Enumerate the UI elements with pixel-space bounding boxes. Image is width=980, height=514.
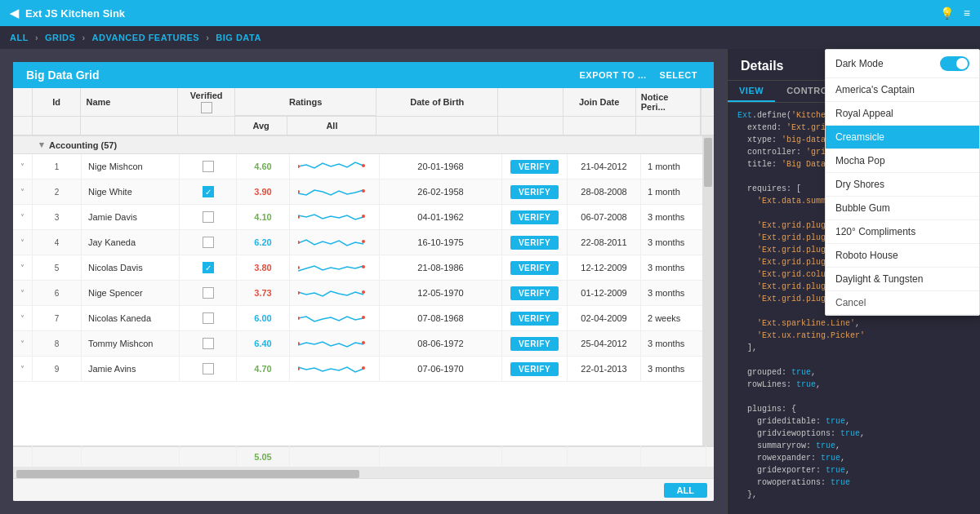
table-row[interactable]: ˅ 1 Nige Mishcon 4.60 20-01-1968 VERIFY … xyxy=(13,154,714,179)
tab-view[interactable]: VIEW xyxy=(728,81,775,102)
expand-arrow[interactable]: ˅ xyxy=(20,188,24,197)
breadcrumb-all[interactable]: ALL xyxy=(10,33,29,42)
scroll-thumb-horizontal[interactable] xyxy=(16,470,359,478)
verify-button[interactable]: VERIFY xyxy=(510,236,559,250)
verified-cell[interactable] xyxy=(180,306,237,330)
col-dob-header[interactable]: Date of Birth xyxy=(376,88,498,116)
verified-checkbox[interactable] xyxy=(203,237,214,248)
verify-button[interactable]: VERIFY xyxy=(510,312,559,326)
expand-cell[interactable]: ˅ xyxy=(13,281,33,305)
expand-arrow[interactable]: ˅ xyxy=(20,365,24,374)
expand-arrow[interactable]: ˅ xyxy=(20,213,24,222)
expand-cell[interactable]: ˅ xyxy=(13,205,33,229)
expand-arrow[interactable]: ˅ xyxy=(20,339,24,348)
col-notice-header[interactable]: Notice Peri... xyxy=(636,88,701,116)
group-row-accounting[interactable]: ▾ Accounting (57) xyxy=(13,136,714,154)
verified-cell[interactable] xyxy=(180,281,237,305)
verified-cell[interactable] xyxy=(180,331,237,356)
verify-button[interactable]: VERIFY xyxy=(510,160,559,174)
expand-cell[interactable]: ˅ xyxy=(13,255,33,280)
select-button[interactable]: SELECT xyxy=(657,69,701,82)
verified-cell[interactable] xyxy=(180,230,237,255)
verified-cell[interactable] xyxy=(180,154,237,179)
verified-checkbox[interactable] xyxy=(203,262,214,273)
verified-cell[interactable] xyxy=(180,255,237,280)
verify-btn-cell[interactable]: VERIFY xyxy=(502,357,568,381)
verify-btn-cell[interactable]: VERIFY xyxy=(502,154,568,179)
vertical-scrollbar[interactable] xyxy=(702,136,714,445)
expand-cell[interactable]: ˅ xyxy=(13,179,33,204)
verified-checkbox[interactable] xyxy=(203,312,214,324)
verify-btn-cell[interactable]: VERIFY xyxy=(502,205,568,229)
verify-button[interactable]: VERIFY xyxy=(510,185,559,199)
verified-checkbox[interactable] xyxy=(203,287,214,299)
verify-btn-cell[interactable]: VERIFY xyxy=(502,331,568,356)
dropdown-item-120°-compliments[interactable]: 120° Compliments xyxy=(826,220,979,244)
expand-arrow[interactable]: ˅ xyxy=(20,314,24,323)
col-verified-header[interactable]: Verified xyxy=(178,88,234,116)
expand-arrow[interactable]: ˅ xyxy=(20,238,24,247)
dropdown-item-mocha-pop[interactable]: Mocha Pop xyxy=(826,149,979,173)
breadcrumb-advanced[interactable]: ADVANCED FEATURES xyxy=(92,33,200,42)
dropdown-item-daylight-&-tungsten[interactable]: Daylight & Tungsten xyxy=(826,268,979,291)
table-row[interactable]: ˅ 4 Jay Kaneda 6.20 16-10-1975 VERIFY 22… xyxy=(13,230,714,255)
table-row[interactable]: ˅ 6 Nige Spencer 3.73 12-05-1970 VERIFY … xyxy=(13,281,714,306)
verify-button[interactable]: VERIFY xyxy=(510,286,559,300)
subh-avg[interactable]: Avg xyxy=(235,117,288,135)
dropdown-item-cancel[interactable]: Cancel xyxy=(826,291,979,315)
table-row[interactable]: ˅ 9 Jamie Avins 4.70 07-06-1970 VERIFY 2… xyxy=(13,357,714,382)
verified-cell[interactable] xyxy=(180,357,237,381)
dropdown-item-bubble-gum[interactable]: Bubble Gum xyxy=(826,197,979,220)
verified-checkbox[interactable] xyxy=(203,186,214,197)
all-button[interactable]: ALL xyxy=(664,483,707,498)
verify-button[interactable]: VERIFY xyxy=(510,362,559,376)
group-chevron[interactable]: ▾ xyxy=(39,140,44,150)
verify-btn-cell[interactable]: VERIFY xyxy=(502,281,568,305)
verified-checkbox[interactable] xyxy=(203,211,214,223)
col-name-header[interactable]: Name xyxy=(81,88,178,116)
table-row[interactable]: ˅ 2 Nige White 3.90 26-02-1958 VERIFY 28… xyxy=(13,179,714,205)
table-row[interactable]: ˅ 8 Tommy Mishcon 6.40 08-06-1972 VERIFY… xyxy=(13,331,714,357)
dropdown-item-creamsicle[interactable]: Creamsicle xyxy=(826,126,979,149)
subh-all[interactable]: All xyxy=(287,117,376,135)
table-row[interactable]: ˅ 7 Nicolas Kaneda 6.00 07-08-1968 VERIF… xyxy=(13,306,714,331)
verify-btn-cell[interactable]: VERIFY xyxy=(502,179,568,204)
expand-arrow[interactable]: ˅ xyxy=(20,289,24,298)
dark-mode-toggle[interactable] xyxy=(940,56,969,71)
verified-checkbox[interactable] xyxy=(203,363,214,374)
verify-button[interactable]: VERIFY xyxy=(510,210,559,224)
expand-arrow[interactable]: ˅ xyxy=(20,264,24,273)
breadcrumb-grids[interactable]: GRIDS xyxy=(45,33,75,42)
verified-checkbox[interactable] xyxy=(203,161,214,172)
bulb-icon[interactable]: 💡 xyxy=(940,7,954,20)
horizontal-scrollbar[interactable] xyxy=(13,467,714,478)
dropdown-item-america's-captain[interactable]: America's Captain xyxy=(826,78,979,102)
verified-cell[interactable] xyxy=(180,179,237,204)
table-row[interactable]: ˅ 3 Jamie Davis 4.10 04-01-1962 VERIFY 0… xyxy=(13,205,714,230)
table-row[interactable]: ˅ 5 Nicolas Davis 3.80 21-08-1986 VERIFY… xyxy=(13,255,714,281)
scroll-thumb-vertical[interactable] xyxy=(704,138,712,187)
verified-header-checkbox[interactable] xyxy=(201,102,212,113)
verify-button[interactable]: VERIFY xyxy=(510,337,559,351)
menu-icon[interactable]: ≡ xyxy=(964,7,970,20)
col-joindate-header[interactable]: Join Date xyxy=(564,88,636,116)
export-button[interactable]: EXPORT TO ... xyxy=(577,69,650,82)
expand-cell[interactable]: ˅ xyxy=(13,154,33,179)
verified-cell[interactable] xyxy=(180,205,237,229)
dropdown-item-dry-shores[interactable]: Dry Shores xyxy=(826,173,979,197)
verify-btn-cell[interactable]: VERIFY xyxy=(502,255,568,280)
expand-cell[interactable]: ˅ xyxy=(13,230,33,255)
dropdown-item-roboto-house[interactable]: Roboto House xyxy=(826,244,979,268)
breadcrumb-bigdata[interactable]: BIG DATA xyxy=(216,33,261,42)
expand-arrow[interactable]: ˅ xyxy=(20,162,24,171)
verify-btn-cell[interactable]: VERIFY xyxy=(502,230,568,255)
dropdown-item-royal-appeal[interactable]: Royal Appeal xyxy=(826,102,979,126)
expand-cell[interactable]: ˅ xyxy=(13,357,33,381)
expand-cell[interactable]: ˅ xyxy=(13,306,33,330)
col-id-header[interactable]: Id xyxy=(33,88,82,116)
verify-button[interactable]: VERIFY xyxy=(510,261,559,275)
grid-body[interactable]: ▾ Accounting (57) ˅ 1 Nige Mishcon 4.60 xyxy=(13,136,714,382)
expand-cell[interactable]: ˅ xyxy=(13,331,33,356)
verify-btn-cell[interactable]: VERIFY xyxy=(502,306,568,330)
verified-checkbox[interactable] xyxy=(203,338,214,349)
